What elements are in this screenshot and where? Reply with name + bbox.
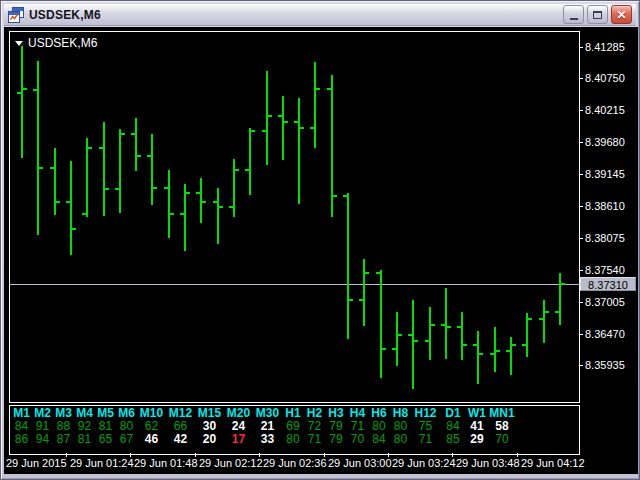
strength-value-cell: 65 <box>95 433 116 446</box>
close-icon: ✕ <box>616 9 626 21</box>
time-axis-tick <box>388 453 389 457</box>
pane-splitter[interactable] <box>9 403 580 405</box>
time-axis-label: 29 Jun 03:48 <box>456 457 520 469</box>
chart-window-icon <box>8 7 24 23</box>
strength-value-cell: 29 <box>466 433 488 446</box>
time-axis-label: 29 Jun 03:24 <box>392 457 456 469</box>
window-title: USDSEK,M6 <box>29 8 101 22</box>
strength-value-cell: 79 <box>325 433 347 446</box>
price-axis-label: 8.36470 <box>585 328 625 340</box>
time-axis-label: 29 Jun 01:24 <box>70 457 134 469</box>
time-axis-label: 29 Jun 02:12 <box>199 457 263 469</box>
strength-value-cell: 70 <box>488 433 516 446</box>
strength-value-cell: 80 <box>282 433 304 446</box>
time-axis-tick <box>517 453 518 457</box>
price-axis-label: 8.38075 <box>585 232 625 244</box>
time-axis-tick <box>452 453 453 457</box>
timeframe-strength-table: M1M2M3M4M5M6M10M12M15M20M30H1H2H3H4H6H8H… <box>11 407 579 446</box>
price-axis-tick <box>579 174 583 175</box>
price-axis-tick <box>579 302 583 303</box>
time-axis[interactable]: 29 Jun 201529 Jun 01:2429 Jun 01:4829 Ju… <box>4 453 638 473</box>
time-axis-label: 29 Jun 03:00 <box>328 457 392 469</box>
strength-value-cell: 17 <box>224 433 253 446</box>
strength-value-cell: 84 <box>368 433 390 446</box>
price-axis-tick <box>579 206 583 207</box>
time-axis-tick <box>130 453 131 457</box>
price-axis-tick <box>579 110 583 111</box>
time-axis-tick <box>66 453 67 457</box>
maximize-button[interactable] <box>587 5 608 24</box>
price-axis-tick <box>579 142 583 143</box>
price-axis-tick <box>579 78 583 79</box>
price-axis-label: 8.41285 <box>585 41 625 53</box>
price-axis-tick <box>579 334 583 335</box>
time-axis-tick <box>259 453 260 457</box>
strength-value-cell: 87 <box>53 433 74 446</box>
strength-value-cell: 81 <box>74 433 95 446</box>
price-axis-label: 8.39680 <box>585 136 625 148</box>
current-price-tag: 8.37310 <box>580 277 636 291</box>
strength-value-cell: 71 <box>304 433 325 446</box>
strength-value-cell: 71 <box>411 433 440 446</box>
symbol-label-text: USDSEK,M6 <box>28 36 97 50</box>
minimize-button[interactable] <box>563 5 584 24</box>
price-axis-label: 8.40215 <box>585 104 625 116</box>
price-axis[interactable]: 8.412858.407508.402158.396808.391458.386… <box>579 27 638 453</box>
time-axis-label: 29 Jun 02:36 <box>263 457 327 469</box>
symbol-label[interactable]: USDSEK,M6 <box>15 36 97 50</box>
price-axis-tick <box>579 47 583 48</box>
price-axis-label: 8.37540 <box>585 264 625 276</box>
title-bar[interactable]: USDSEK,M6 ✕ <box>4 4 636 26</box>
price-axis-label: 8.37005 <box>585 296 625 308</box>
strength-value-cell: 70 <box>347 433 368 446</box>
strength-value-cell: 33 <box>253 433 282 446</box>
strength-value-cell: 20 <box>195 433 224 446</box>
strength-value-cell: 80 <box>390 433 411 446</box>
strength-value-cell: 94 <box>32 433 53 446</box>
price-axis-label: 8.38610 <box>585 200 625 212</box>
chart-window: USDSEK,M6 ✕ USDSEK,M6 8.412858.407508.40… <box>0 0 640 480</box>
strength-value-cell: 67 <box>116 433 137 446</box>
time-axis-tick <box>195 453 196 457</box>
time-axis-label: 29 Jun 2015 <box>6 457 67 469</box>
close-button[interactable]: ✕ <box>611 5 632 24</box>
strength-value-cell: 85 <box>440 433 466 446</box>
chevron-down-icon <box>15 41 23 46</box>
price-axis-label: 8.35935 <box>585 359 625 371</box>
price-axis-tick <box>579 238 583 239</box>
strength-value-cell: 46 <box>137 433 166 446</box>
price-axis-tick <box>579 270 583 271</box>
table-value-row: 8694878165674642201733807179708480718529… <box>11 433 579 446</box>
time-axis-tick <box>324 453 325 457</box>
price-axis-tick <box>579 365 583 366</box>
time-axis-label: 29 Jun 01:48 <box>134 457 198 469</box>
price-axis-label: 8.39145 <box>585 168 625 180</box>
time-axis-label: 29 Jun 04:12 <box>521 457 585 469</box>
main-chart-pane[interactable] <box>9 31 580 403</box>
strength-value-cell: 86 <box>11 433 32 446</box>
minimize-icon <box>570 18 578 20</box>
chart-client-area: USDSEK,M6 8.412858.407508.402158.396808.… <box>4 27 638 474</box>
maximize-icon <box>593 11 602 19</box>
price-axis-label: 8.40750 <box>585 72 625 84</box>
strength-value-cell: 42 <box>166 433 195 446</box>
